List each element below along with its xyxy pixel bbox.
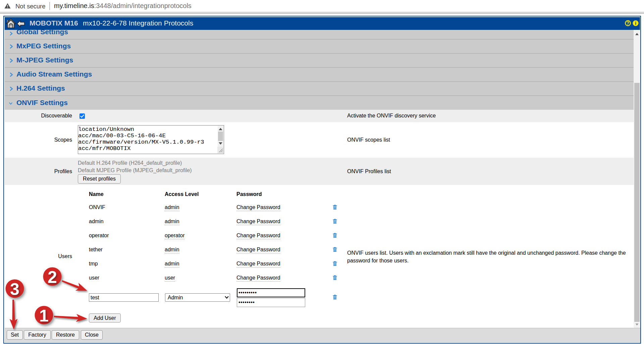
svg-text:i: i <box>635 20 636 26</box>
svg-text:3: 3 <box>10 280 19 299</box>
svg-text:?: ? <box>627 20 630 26</box>
svg-text:2: 2 <box>48 268 57 287</box>
svg-text:1: 1 <box>39 306 49 325</box>
